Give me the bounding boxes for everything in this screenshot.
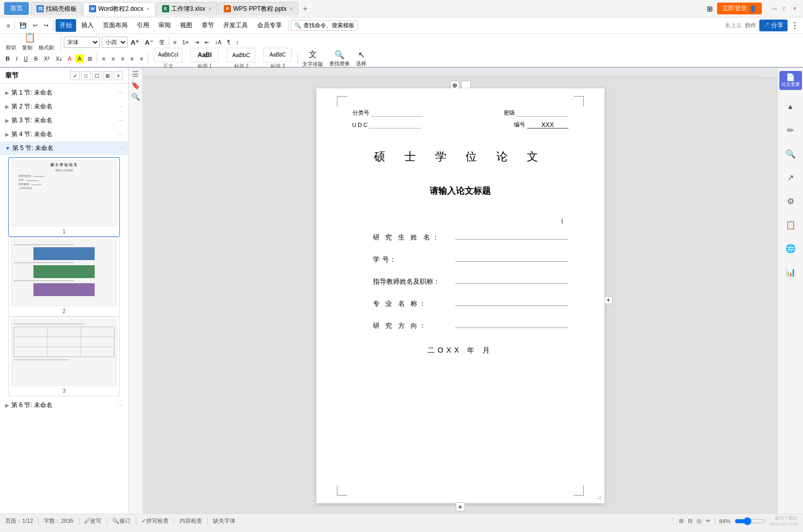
tab-ppt[interactable]: P WPS PPT教程.pptx × bbox=[218, 2, 298, 15]
undo-icon[interactable]: ↩ bbox=[30, 21, 40, 30]
view-icon1[interactable]: 📄 bbox=[668, 518, 675, 524]
paper-check-button[interactable]: 📄 论文查重 bbox=[779, 71, 802, 90]
maximize-button[interactable]: □ bbox=[780, 5, 789, 13]
major-value[interactable] bbox=[455, 297, 568, 306]
chapter-item-5[interactable]: ▼ 第 5 节: 未命名 ⋯ bbox=[0, 141, 128, 155]
text-format-button[interactable]: 文 文字排版 bbox=[300, 48, 326, 69]
menu-view[interactable]: 视图 bbox=[176, 19, 197, 32]
change-case-button[interactable]: 变 bbox=[156, 38, 167, 47]
highlight-color-button[interactable]: A bbox=[75, 54, 84, 63]
font-color-button[interactable]: A bbox=[65, 54, 74, 63]
document-page[interactable]: 分类号 密级 U D C 编号 XXX bbox=[316, 88, 604, 503]
collab-label[interactable]: 协作 bbox=[745, 22, 756, 29]
superscript-button[interactable]: X² bbox=[41, 54, 52, 63]
word-count[interactable]: 字数：2835 bbox=[44, 517, 73, 525]
left-icon-1[interactable]: ☰ bbox=[132, 70, 139, 78]
bullets-button[interactable]: ≡ bbox=[171, 38, 179, 46]
chapter-item-2[interactable]: ▶ 第 2 节: 未命名 ⋯ bbox=[0, 100, 128, 114]
decrease-font-button[interactable]: A⁻ bbox=[142, 38, 155, 47]
tab-word[interactable]: W Word教程2.docx × bbox=[83, 2, 155, 15]
globe-btn[interactable]: 🌐 bbox=[781, 239, 800, 258]
edit-btn[interactable]: ✏ bbox=[781, 121, 800, 139]
close-button[interactable]: × bbox=[791, 5, 799, 13]
revision-status[interactable]: 🖊改写 bbox=[84, 517, 101, 525]
italic-button[interactable]: I bbox=[13, 54, 20, 63]
paste-button[interactable]: 📋 bbox=[22, 32, 38, 43]
chapter-menu-6[interactable]: ⋯ bbox=[118, 402, 123, 408]
menu-icon[interactable]: ≡ bbox=[4, 22, 12, 30]
indent-left-button[interactable]: ⇤ bbox=[202, 38, 212, 47]
distribute-button[interactable]: ≡ bbox=[137, 54, 146, 63]
view-icon2[interactable]: ⊞ bbox=[679, 518, 684, 524]
chapter-menu-4[interactable]: ⋯ bbox=[118, 132, 123, 137]
increase-font-button[interactable]: A⁺ bbox=[128, 38, 141, 47]
more-menu-icon[interactable]: ⋮ bbox=[791, 21, 799, 30]
select-button[interactable]: ↖ 选择 bbox=[353, 49, 369, 68]
menu-section[interactable]: 章节 bbox=[198, 19, 218, 32]
border-button[interactable]: ⊞ bbox=[85, 54, 95, 63]
home-button[interactable]: 首页 bbox=[4, 2, 29, 15]
chapter-menu-5[interactable]: ⋯ bbox=[118, 145, 123, 151]
sidebar-ctrl2[interactable]: ☐ bbox=[92, 71, 101, 80]
advisor-value[interactable] bbox=[455, 274, 568, 284]
underline-button[interactable]: U bbox=[21, 54, 30, 63]
new-tab-button[interactable]: + bbox=[299, 3, 311, 14]
tab-close-excel[interactable]: × bbox=[208, 6, 211, 12]
copy-button[interactable]: 复制 bbox=[20, 43, 35, 52]
sidebar-ctrl3[interactable]: ⊞ bbox=[103, 71, 112, 80]
sort-button[interactable]: ↕A bbox=[212, 38, 224, 46]
minimize-button[interactable]: — bbox=[770, 5, 778, 13]
add-right-btn[interactable]: + bbox=[604, 296, 613, 304]
save-icon[interactable]: 💾 bbox=[17, 21, 29, 30]
page-thumb-3[interactable]: 3 bbox=[8, 317, 120, 396]
direction-value[interactable] bbox=[455, 319, 568, 328]
menu-page-layout[interactable]: 页面布局 bbox=[99, 19, 132, 32]
chapter-menu-1[interactable]: ⋯ bbox=[118, 90, 123, 96]
menu-reference[interactable]: 引用 bbox=[133, 19, 153, 32]
chapter-item-1[interactable]: ▶ 第 1 节: 未命名 ⋯ bbox=[0, 86, 128, 100]
navigate-btn[interactable]: ↗ bbox=[781, 168, 800, 187]
tab-find-template[interactable]: 找 找稿壳模板 bbox=[31, 2, 82, 15]
font-size-select[interactable]: 小四 bbox=[102, 36, 128, 48]
page-thumb-1[interactable]: 硕士学位论文 请输入论文标题 研究生姓名： 学号： 指导教师： 二OXX年月 1 bbox=[8, 157, 120, 237]
tab-close-ppt[interactable]: × bbox=[290, 6, 293, 12]
chart-btn[interactable]: 📊 bbox=[781, 263, 800, 281]
cut-button[interactable]: 剪切 bbox=[3, 43, 19, 52]
sidebar-add-btn[interactable]: ✓ bbox=[70, 71, 80, 80]
strikethrough-button[interactable]: S bbox=[31, 54, 40, 63]
menu-insert[interactable]: 插入 bbox=[77, 19, 98, 32]
content-check[interactable]: 内容检查 bbox=[180, 517, 202, 525]
spell-check[interactable]: ✓拼写检查 bbox=[141, 517, 169, 525]
zoom-slider[interactable] bbox=[735, 517, 765, 525]
chapter-item-6[interactable]: ▶ 第 6 节: 未命名 ⋯ bbox=[0, 398, 128, 412]
bold-button[interactable]: B bbox=[3, 54, 12, 63]
menu-member[interactable]: 会员专享 bbox=[253, 19, 286, 32]
format-painter-button[interactable]: 格式刷 bbox=[36, 43, 57, 52]
show-hide-button[interactable]: ¶ bbox=[225, 38, 233, 46]
align-left-button[interactable]: ≡ bbox=[99, 54, 108, 63]
sidebar-ctrl1[interactable]: □ bbox=[81, 71, 91, 80]
document-wrapper[interactable]: ⊕ 分类号 密级 bbox=[143, 78, 777, 513]
chapter-menu-2[interactable]: ⋯ bbox=[118, 104, 123, 109]
view-icon4[interactable]: ◎ bbox=[697, 518, 702, 524]
left-icon-search[interactable]: 🔍 bbox=[131, 93, 140, 101]
student-value[interactable] bbox=[455, 230, 568, 240]
id-value[interactable] bbox=[455, 252, 568, 262]
track-status[interactable]: 🔍修订 bbox=[112, 517, 131, 525]
clipboard-btn[interactable]: 📋 bbox=[781, 215, 800, 234]
left-icon-bookmark[interactable]: 🔖 bbox=[131, 81, 140, 89]
search-command-input[interactable]: 🔍 查找命令、搜索模板 bbox=[291, 20, 358, 31]
settings-btn[interactable]: ⚙ bbox=[781, 192, 800, 210]
sidebar-close-btn[interactable]: × bbox=[114, 71, 123, 80]
menu-dev[interactable]: 开发工具 bbox=[219, 19, 252, 32]
menu-start[interactable]: 开始 bbox=[56, 19, 76, 32]
redo-icon[interactable]: ↪ bbox=[41, 21, 51, 30]
font-name-select[interactable]: 宋体 bbox=[64, 36, 100, 48]
edit-icon[interactable]: ✏ bbox=[706, 518, 710, 524]
tab-excel[interactable]: E 工作簿3.xlsx × bbox=[156, 2, 218, 15]
menu-review[interactable]: 审阅 bbox=[154, 19, 175, 32]
subscript-button[interactable]: X₂ bbox=[53, 54, 64, 63]
find-replace-button[interactable]: 🔍 查找替换 bbox=[327, 49, 352, 68]
chapter-item-3[interactable]: ▶ 第 3 节: 未命名 ⋯ bbox=[0, 114, 128, 127]
add-bottom-btn[interactable]: + bbox=[456, 502, 465, 511]
